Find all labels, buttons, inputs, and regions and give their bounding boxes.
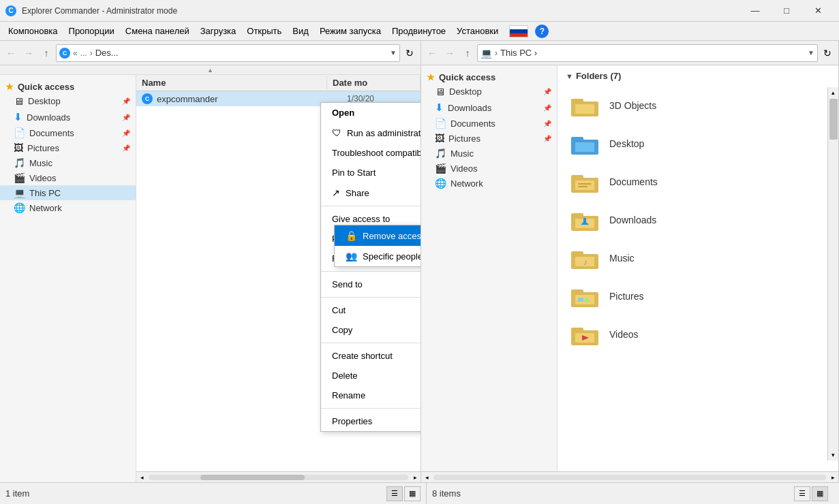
minimize-button[interactable]: — xyxy=(739,0,771,22)
folder-item-documents[interactable]: Documents xyxy=(558,163,838,201)
scroll-right-arrow[interactable]: ▸ xyxy=(410,472,421,483)
sidebar-item-network-left[interactable]: 🌐 Network xyxy=(0,200,136,215)
sidebar-item-downloads-right[interactable]: ⬇ Downloads 📌 xyxy=(421,99,557,116)
folder-icon-downloads xyxy=(568,206,601,234)
ctx-properties[interactable]: Properties xyxy=(321,411,421,431)
col-name-header[interactable]: Name xyxy=(136,76,327,89)
scroll-left-arrow[interactable]: ◂ xyxy=(136,472,147,483)
window-controls: — □ ✕ xyxy=(739,0,834,22)
scroll-right-arrow-right[interactable]: ▸ xyxy=(827,472,838,483)
view-grid-left[interactable]: ▦ xyxy=(404,486,421,501)
sidebar-item-desktop-right[interactable]: 🖥 Desktop 📌 xyxy=(421,84,557,99)
maximize-button[interactable]: □ xyxy=(771,0,802,22)
ctx-cut[interactable]: Cut xyxy=(321,300,421,320)
submenu-specific-people[interactable]: 👥 Specific people... xyxy=(335,246,421,266)
scroll-up-arrow-right[interactable]: ▴ xyxy=(829,87,838,98)
folder-item-desktop[interactable]: Desktop xyxy=(558,125,838,163)
scroll-down-arrow-right[interactable]: ▾ xyxy=(829,450,838,460)
view-list-right[interactable]: ☰ xyxy=(794,486,810,501)
remove-access-icon: 🔒 xyxy=(346,230,357,241)
thispc-icon-left: 💻 xyxy=(14,187,25,198)
forward-button-right[interactable]: → xyxy=(442,45,458,61)
scroll-thumb-h-left[interactable] xyxy=(200,475,304,480)
sidebar-item-desktop-left[interactable]: 🖥 Desktop 📌 xyxy=(0,93,136,109)
up-button-right[interactable]: ↑ xyxy=(459,45,476,61)
svg-rect-10 xyxy=(578,186,588,187)
address-bar-left[interactable]: C « ... › Des... ▼ xyxy=(56,44,400,62)
folder-name-3dobjects: 3D Objects xyxy=(609,100,656,111)
main-container: ← → ↑ C « ... › Des... ▼ ↻ ▲ ★ Quick ac xyxy=(0,41,839,482)
folders-area: ▼ Folders (7) 3D Objects xyxy=(558,65,838,471)
menu-view[interactable]: Вид xyxy=(287,23,314,39)
scroll-left-arrow-right[interactable]: ◂ xyxy=(421,472,432,483)
sidebar-item-documents-left[interactable]: 📄 Documents 📌 xyxy=(0,125,136,140)
menu-proportions[interactable]: Пропорции xyxy=(63,23,120,39)
submenu-remove-access[interactable]: 🔒 Remove access xyxy=(335,225,421,246)
ctx-troubleshoot[interactable]: Troubleshoot compatibility xyxy=(321,143,421,163)
menu-switch-panels[interactable]: Смена панелей xyxy=(120,23,195,39)
help-button[interactable]: ? xyxy=(535,25,549,38)
view-list-left[interactable]: ☰ xyxy=(386,486,403,501)
sidebar-item-thispc-left[interactable]: 💻 This PC xyxy=(0,185,136,200)
ctx-pin-start[interactable]: Pin to Start xyxy=(321,163,421,183)
folder-item-downloads[interactable]: Downloads xyxy=(558,201,838,239)
sidebar-item-music-right[interactable]: 🎵 Music xyxy=(421,146,557,161)
scroll-thumb-v-right[interactable] xyxy=(829,99,838,140)
menu-kompanovka[interactable]: Компоновка xyxy=(3,23,63,39)
scroll-track-h-left[interactable] xyxy=(149,475,408,480)
col-date-header[interactable]: Date mo xyxy=(327,76,421,89)
sidebar-item-pictures-left[interactable]: 🖼 Pictures 📌 xyxy=(0,140,136,155)
folder-icon-3dobjects xyxy=(568,92,601,119)
sidebar-item-documents-right[interactable]: 📄 Documents 📌 xyxy=(421,116,557,131)
folder-name-downloads: Downloads xyxy=(609,215,656,225)
address-dropdown-left[interactable]: ▼ xyxy=(390,49,397,57)
address-dots-left: ... xyxy=(80,48,87,58)
sidebar-item-videos-right[interactable]: 🎬 Videos xyxy=(421,161,557,176)
back-button-right[interactable]: ← xyxy=(424,45,440,61)
ctx-copy[interactable]: Copy xyxy=(321,320,421,340)
menu-settings[interactable]: Установки xyxy=(451,23,504,39)
svg-rect-8 xyxy=(575,180,594,190)
ctx-share[interactable]: ↗ Share xyxy=(321,183,421,203)
scrollbar-h-left[interactable]: ◂ ▸ xyxy=(136,471,421,482)
address-dropdown-right[interactable]: ▼ xyxy=(808,49,814,57)
ctx-rename[interactable]: Rename xyxy=(321,385,421,405)
sidebar-item-downloads-left[interactable]: ⬇ Downloads 📌 xyxy=(0,109,136,125)
sort-arrow-left: ▲ xyxy=(0,65,421,75)
scrollbar-v-right[interactable]: ▴ ▾ xyxy=(827,87,838,460)
menu-run-mode[interactable]: Режим запуска xyxy=(314,23,386,39)
ctx-delete-label: Delete xyxy=(332,371,358,381)
close-button[interactable]: ✕ xyxy=(802,0,834,22)
folder-item-music[interactable]: ♪ Music xyxy=(558,239,838,277)
sidebar-item-videos-left[interactable]: 🎬 Videos xyxy=(0,170,136,185)
folder-item-3dobjects[interactable]: 3D Objects xyxy=(558,86,838,125)
menu-download[interactable]: Загрузка xyxy=(195,23,242,39)
ctx-create-shortcut[interactable]: Create shortcut xyxy=(321,346,421,366)
scrollbar-h-right[interactable]: ◂ ▸ xyxy=(421,471,838,482)
ctx-run-as-admin[interactable]: 🛡 Run as administrator xyxy=(321,123,421,143)
refresh-button-left[interactable]: ↻ xyxy=(401,45,418,61)
ctx-sep-4 xyxy=(321,343,421,343)
title-bar: C Explorer Commander - Administrator mod… xyxy=(0,0,839,22)
menu-open[interactable]: Открыть xyxy=(241,23,287,39)
ctx-open[interactable]: Open xyxy=(321,103,421,123)
address-bar-right[interactable]: 💻 › This PC › ▼ xyxy=(477,44,818,62)
window-title: Explorer Commander - Administrator mode xyxy=(22,6,739,16)
ctx-troubleshoot-label: Troubleshoot compatibility xyxy=(332,148,421,158)
folder-item-videos[interactable]: Videos xyxy=(558,315,838,353)
up-button-left[interactable]: ↑ xyxy=(38,45,55,61)
sidebar-item-pictures-right[interactable]: 🖼 Pictures 📌 xyxy=(421,131,557,146)
language-flag[interactable] xyxy=(509,25,528,37)
address-arrow-left: › xyxy=(90,48,93,58)
view-grid-right[interactable]: ▦ xyxy=(812,486,828,501)
sidebar-item-music-left[interactable]: 🎵 Music xyxy=(0,155,136,170)
sidebar-item-network-right[interactable]: 🌐 Network xyxy=(421,176,557,191)
scroll-track-h-right[interactable] xyxy=(433,475,826,480)
ctx-send-to[interactable]: Send to xyxy=(321,274,421,294)
refresh-button-right[interactable]: ↻ xyxy=(819,45,836,61)
forward-button-left[interactable]: → xyxy=(20,45,37,61)
menu-advanced[interactable]: Продвинутое xyxy=(386,23,451,39)
ctx-delete[interactable]: Delete xyxy=(321,366,421,385)
back-button-left[interactable]: ← xyxy=(3,45,19,61)
folder-item-pictures[interactable]: Pictures xyxy=(558,277,838,315)
